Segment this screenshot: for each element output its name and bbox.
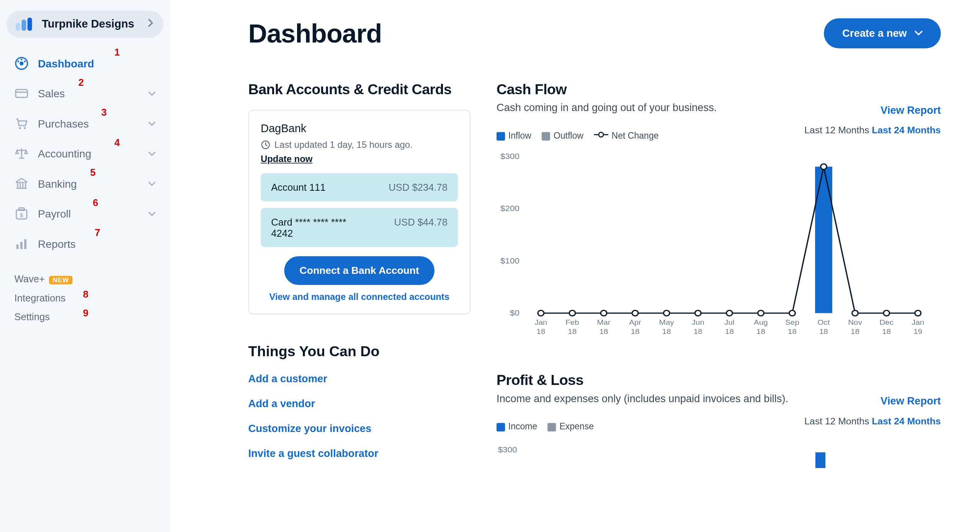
business-name: Turpnike Designs <box>42 18 140 31</box>
svg-text:Jul: Jul <box>724 318 734 326</box>
nav-item-payroll[interactable]: $Payroll6 <box>0 199 170 229</box>
scale-icon <box>15 146 29 161</box>
svg-rect-21 <box>20 242 23 249</box>
update-now-link[interactable]: Update now <box>261 154 312 164</box>
svg-point-59 <box>538 310 544 316</box>
business-switcher[interactable]: Turpnike Designs <box>7 10 163 38</box>
cashflow-legend: Inflow Outflow Net Change <box>497 131 658 141</box>
svg-point-4 <box>21 59 22 60</box>
svg-point-60 <box>569 310 575 316</box>
svg-text:18: 18 <box>882 327 891 336</box>
cashflow-view-report[interactable]: View Report <box>880 105 941 116</box>
cashflow-range: Last 12 Months Last 24 Months <box>804 124 941 135</box>
svg-text:18: 18 <box>725 327 734 336</box>
things-heading: Things You Can Do <box>248 343 470 360</box>
bank-name: DagBank <box>261 122 458 135</box>
svg-text:$0: $0 <box>510 309 519 318</box>
svg-text:18: 18 <box>568 327 577 336</box>
chevron-down-icon <box>148 89 155 98</box>
secondary-nav: Wave+NEWIntegrations8Settings9 <box>0 262 170 326</box>
account-row[interactable]: Account 111USD $234.78 <box>261 173 458 201</box>
nav2-item-settings[interactable]: Settings9 <box>15 307 170 326</box>
svg-text:Nov: Nov <box>848 318 862 326</box>
svg-point-64 <box>695 310 701 316</box>
range-24-months[interactable]: Last 24 Months <box>872 124 941 135</box>
svg-text:$100: $100 <box>500 257 519 265</box>
pl-legend: Income Expense <box>497 422 594 432</box>
reports-icon <box>15 237 29 251</box>
svg-text:18: 18 <box>537 327 546 336</box>
account-row[interactable]: Card **** **** **** 4242USD $44.78 <box>261 208 458 247</box>
pl-range: Last 12 Months Last 24 Months <box>804 416 941 426</box>
nav2-item-integrations[interactable]: Integrations8 <box>15 288 170 307</box>
svg-rect-18 <box>19 208 24 211</box>
svg-text:Jan: Jan <box>911 318 924 326</box>
svg-rect-22 <box>24 239 26 249</box>
nav-item-reports[interactable]: Reports7 <box>0 229 170 259</box>
nav-item-accounting[interactable]: Accounting4 <box>0 139 170 169</box>
last-updated-row: Last updated 1 day, 15 hours ago. <box>261 139 458 152</box>
things-link[interactable]: Add a vendor <box>248 398 470 410</box>
pl-sub: Income and expenses only (includes unpai… <box>497 393 788 405</box>
cart-icon <box>15 116 29 131</box>
svg-point-27 <box>599 132 603 137</box>
expense-swatch-icon <box>548 423 556 431</box>
things-section: Things You Can Do Add a customerAdd a ve… <box>248 343 470 460</box>
nav-label: Payroll <box>38 208 139 220</box>
svg-point-71 <box>915 310 921 316</box>
nav-label: Sales <box>38 87 139 100</box>
nav-item-dashboard[interactable]: Dashboard1 <box>0 48 170 79</box>
things-link[interactable]: Invite a guest collaborator <box>248 448 470 460</box>
svg-text:Jun: Jun <box>692 318 704 326</box>
svg-text:$300: $300 <box>500 152 519 161</box>
pl-view-report[interactable]: View Report <box>880 396 941 408</box>
cashflow-heading: Cash Flow <box>497 81 567 98</box>
income-swatch-icon <box>497 423 505 431</box>
svg-point-65 <box>727 310 733 316</box>
new-badge: NEW <box>49 276 73 284</box>
pl-range-24-months[interactable]: Last 24 Months <box>872 416 941 426</box>
caret-down-icon <box>915 31 922 36</box>
inflow-swatch-icon <box>497 132 505 141</box>
svg-text:Aug: Aug <box>754 318 768 326</box>
nav2-item-waveplus[interactable]: Wave+NEW <box>15 269 170 288</box>
svg-text:18: 18 <box>756 327 765 336</box>
svg-text:Mar: Mar <box>597 318 611 326</box>
svg-text:Sep: Sep <box>785 318 799 326</box>
nav-label: Banking <box>38 177 139 190</box>
svg-text:$300: $300 <box>498 445 517 454</box>
nav-label: Accounting <box>38 147 139 160</box>
nav-label: Purchases <box>38 117 139 129</box>
things-link[interactable]: Add a customer <box>248 373 470 385</box>
svg-text:Apr: Apr <box>629 318 641 326</box>
view-all-accounts-link[interactable]: View and manage all connected accounts <box>261 291 458 302</box>
svg-point-69 <box>852 310 858 316</box>
svg-text:$: $ <box>20 212 23 218</box>
nav-item-sales[interactable]: Sales2 <box>0 79 170 109</box>
svg-point-67 <box>789 310 795 316</box>
svg-text:18: 18 <box>599 327 608 336</box>
outflow-swatch-icon <box>542 132 550 141</box>
nav-item-purchases[interactable]: Purchases3 <box>0 108 170 139</box>
things-link[interactable]: Customize your invoices <box>248 423 470 435</box>
cashflow-chart: $0$100$200$300Jan18Feb18Mar18Apr18May18J… <box>497 150 941 339</box>
svg-text:18: 18 <box>631 327 640 336</box>
page-title: Dashboard <box>248 19 382 48</box>
primary-nav: Dashboard1Sales2Purchases3Accounting4Ban… <box>0 46 170 261</box>
payroll-icon: $ <box>15 206 29 221</box>
connect-bank-button[interactable]: Connect a Bank Account <box>284 256 435 285</box>
chevron-down-icon <box>148 119 155 128</box>
svg-text:19: 19 <box>913 327 922 336</box>
create-new-button[interactable]: Create a new <box>824 18 941 49</box>
svg-point-8 <box>24 127 26 129</box>
svg-text:18: 18 <box>694 327 702 336</box>
nav-item-banking[interactable]: Banking5 <box>0 169 170 199</box>
pl-chart: $300 <box>497 440 941 468</box>
nav-label: Reports <box>38 237 155 250</box>
svg-text:18: 18 <box>819 327 828 336</box>
svg-rect-5 <box>16 90 28 97</box>
sidebar: Turpnike Designs Dashboard1Sales2Purchas… <box>0 0 170 532</box>
svg-text:18: 18 <box>851 327 859 336</box>
chevron-down-icon <box>148 179 155 188</box>
chevron-down-icon <box>148 149 155 158</box>
